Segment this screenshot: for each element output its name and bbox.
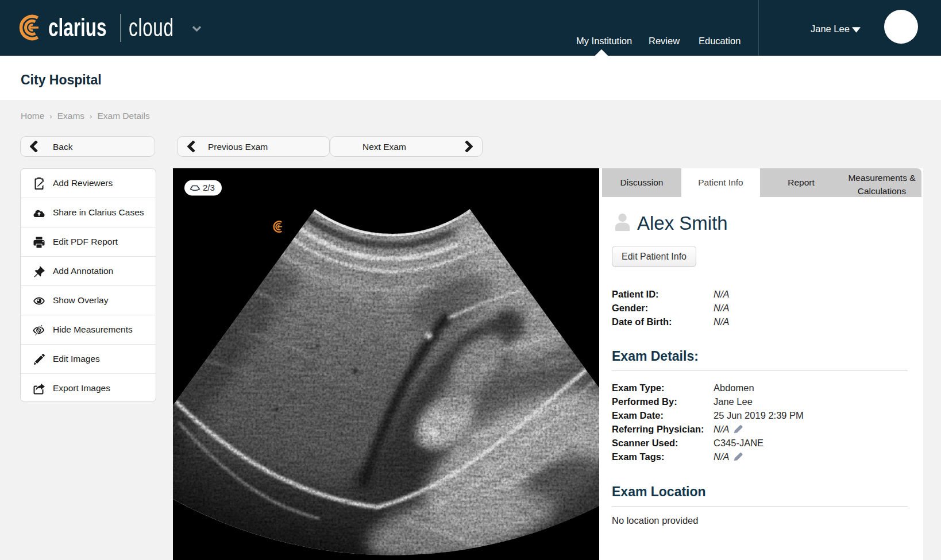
svg-text:2/3: 2/3 [203,183,215,192]
